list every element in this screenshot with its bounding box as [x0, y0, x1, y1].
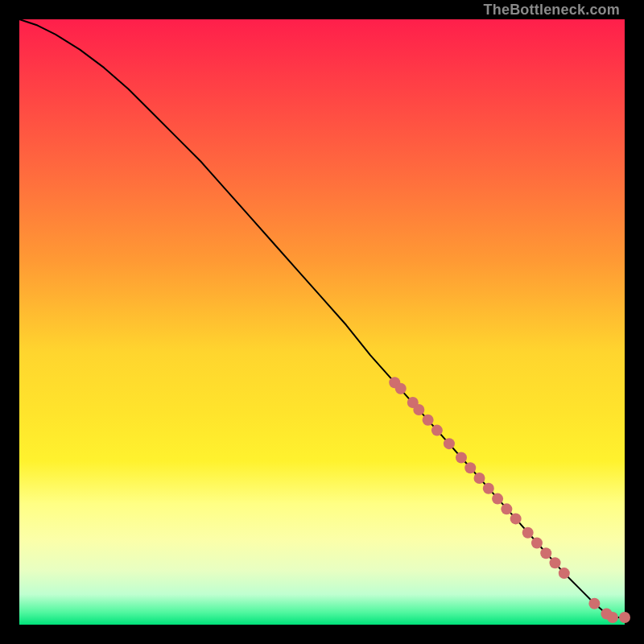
data-marker: [501, 503, 512, 514]
data-marker: [413, 404, 424, 415]
data-marker: [607, 612, 618, 623]
data-marker: [550, 557, 561, 568]
data-marker: [540, 547, 551, 559]
chart-frame: TheBottleneck.com: [19, 19, 625, 625]
data-marker: [619, 612, 630, 623]
data-marker: [492, 493, 503, 505]
data-marker: [522, 527, 534, 539]
data-marker: [588, 598, 600, 609]
data-marker: [395, 383, 407, 394]
data-marker: [456, 452, 467, 463]
data-marker: [474, 473, 485, 484]
data-marker: [444, 438, 455, 449]
data-marker: [423, 415, 434, 426]
data-marker: [431, 425, 443, 436]
bottleneck-curve: [19, 19, 625, 617]
watermark-text: TheBottleneck.com: [484, 2, 620, 19]
data-marker: [510, 513, 522, 524]
data-marker: [483, 483, 494, 494]
data-marker: [559, 568, 570, 579]
data-marker: [531, 537, 543, 548]
chart-svg: [19, 19, 625, 625]
data-marker: [464, 462, 476, 473]
marker-group: [389, 377, 630, 623]
